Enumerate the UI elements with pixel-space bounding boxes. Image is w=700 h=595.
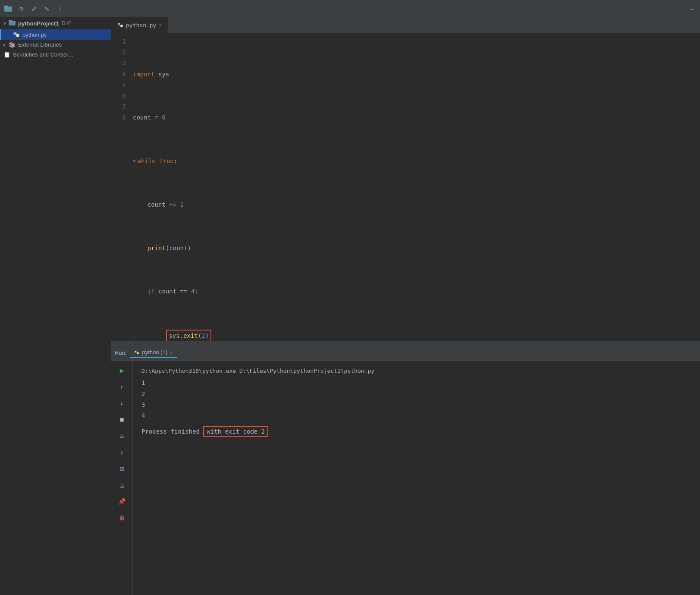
folder-icon[interactable] [3,4,13,13]
svg-point-10 [119,23,119,24]
svg-rect-2 [9,21,16,25]
line-numbers: 1 2 3 4 5 6 7 8 9 [111,36,133,338]
target-icon[interactable]: ⊙ [16,4,26,13]
print-args: (count) [166,243,191,254]
run-output: D:\Apps\Python310\python.exe D:\Files\Py… [133,361,700,595]
run-body: ▶ ↑ ↓ ■ ≡ ⇓ ⊞ 🖨 📌 🗑 D:\Apps\Python310\py… [111,361,700,595]
code-line-4: count += 1 [133,199,700,210]
code-line-3: ▼while True: [133,156,700,167]
folder-icon [9,20,16,27]
code-editor[interactable]: 1 2 3 4 5 6 7 8 9 import sys count = 0 [111,33,700,341]
sidebar-item-external-libraries[interactable]: ▶ 📚 External Libraries [0,40,111,50]
run-stop-button[interactable]: ■ [116,413,128,425]
run-tab-bar: Run: python (1) × [111,345,700,361]
editor-tab-close[interactable]: × [159,22,162,28]
paren-close-7: ) [205,332,209,339]
arrow-down-icon: ▼ [3,21,6,26]
sys-ref: sys [169,332,179,339]
op-pluseq: += [169,199,180,210]
scratches-icon: 📋 [3,51,10,58]
run-scroll-down-button[interactable]: ↓ [116,397,128,409]
run-tab-python-icon [134,350,139,355]
collapse-icon[interactable]: ⤡ [42,4,52,13]
process-finished-text: Process finished [141,428,203,435]
run-output-line-1: 1 [141,378,691,388]
svg-point-15 [138,353,138,354]
sidebar: ▼ pythonProject1 D:\F python.py ▶ 📚 [0,17,111,595]
num-2: 2 [201,332,205,339]
run-clear-button[interactable]: 🗑 [116,512,128,524]
dot-7: . [180,332,183,339]
run-tab-python1[interactable]: python (1) × [130,347,177,358]
if-cond: count == [158,286,191,297]
indent-6 [133,286,148,297]
var-count: count [133,112,155,123]
run-output-line-2: 2 [141,389,691,400]
keyword-while: while [138,156,160,167]
highlighted-sys-exit: sys.exit(2) [166,330,211,341]
run-play-button[interactable]: ▶ [116,364,128,376]
op-assign: = [155,112,162,123]
keyword-if: if [148,286,158,297]
minimize-icon[interactable]: — [687,4,697,13]
svg-point-6 [15,33,16,34]
scratches-label: Scratches and Consol… [13,51,73,58]
svg-rect-1 [4,6,8,7]
code-line-7: ⬨ sys.exit(2) [133,330,700,341]
run-print-button[interactable]: 🖨 [116,479,128,491]
run-command-line: D:\Apps\Python310\python.exe D:\Files\Py… [141,366,691,376]
svg-point-7 [17,35,19,37]
run-layout-button[interactable]: ⊞ [116,463,128,475]
python-tab-icon [117,22,123,28]
run-panel: Run: python (1) × ▶ ↑ ↓ [111,345,700,595]
num-1: 1 [180,199,184,210]
project-name: pythonProject1 [18,20,59,27]
sidebar-item-scratches[interactable]: 📋 Scratches and Consol… [0,50,111,60]
fn-print: print [148,243,166,254]
menu-icon[interactable]: ⋮ [55,4,65,13]
editor-tab-python-py[interactable]: python.py × [111,17,168,33]
run-exit-code-highlighted: with exit code 2 [203,426,268,437]
run-wraplines-button[interactable]: ≡ [116,430,128,442]
fn-exit: exit [183,332,198,339]
num-0: 0 [162,112,165,123]
indent-5 [133,243,148,254]
run-process-finished-line: Process finished with exit code 2 [141,426,691,437]
code-line-5: print(count) [133,243,700,254]
sidebar-project-item[interactable]: ▼ pythonProject1 D:\F [0,17,111,29]
fold-icon-3[interactable]: ▼ [133,157,136,166]
num-4: 4 [191,286,195,297]
sidebar-item-python-py[interactable]: python.py [0,29,111,40]
code-content: import sys count = 0 ▼while True: count … [133,36,700,338]
run-output-line-4: 4 [141,410,691,421]
keyword-import: import [133,69,158,80]
run-pin-button[interactable]: 📌 [116,495,128,507]
title-bar: ⊙ ⤢ ⤡ ⋮ — [0,0,700,17]
code-line-1: import sys [133,69,700,80]
run-tab-label: python (1) [142,349,167,356]
run-toolbar: ▶ ↑ ↓ ■ ≡ ⇓ ⊞ 🖨 📌 🗑 [111,361,133,595]
colon-6: : [195,286,198,297]
run-scrollend-button[interactable]: ⇓ [116,446,128,458]
code-line-6: if count == 4: [133,286,700,297]
run-scroll-up-button[interactable]: ↑ [116,381,128,393]
ext-lib-label: External Libraries [18,41,62,48]
colon-3: : [174,156,177,167]
python-file-label: python.py [22,31,47,38]
keyword-true: True [159,156,174,167]
project-path: D:\F [62,20,72,26]
module-sys: sys [158,69,169,80]
run-label: Run: [115,349,126,356]
horizontal-scrollbar[interactable] [111,341,700,345]
editor-tab-bar: python.py × [111,17,700,33]
run-tab-close[interactable]: × [170,350,173,355]
expand-icon[interactable]: ⤢ [29,4,39,13]
svg-rect-3 [9,20,12,21]
svg-point-14 [135,351,136,352]
svg-point-11 [121,26,122,27]
run-output-line-3: 3 [141,400,691,410]
library-icon: 📚 [9,41,16,48]
gutter-icon-7: ⬨ [133,332,135,340]
code-line-2: count = 0 [133,112,700,123]
editor-tab-label: python.py [126,22,156,28]
